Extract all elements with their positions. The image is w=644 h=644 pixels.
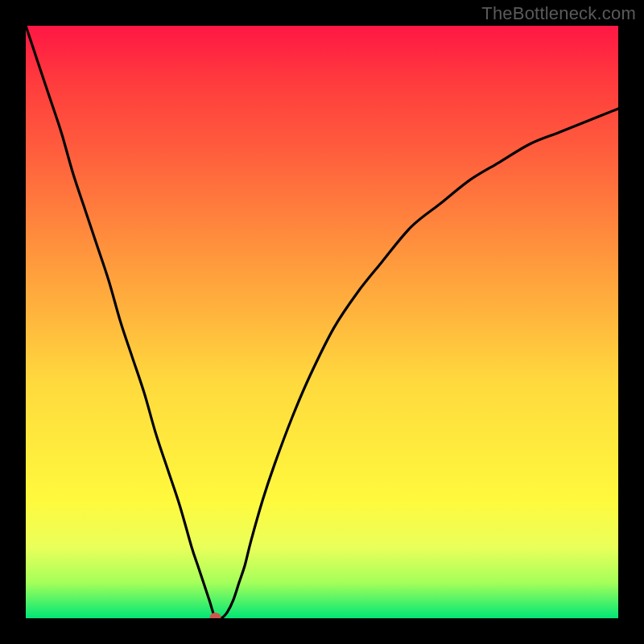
optimum-marker (210, 613, 221, 618)
curve-path (26, 26, 618, 618)
bottleneck-curve (26, 26, 618, 618)
chart-frame: TheBottleneck.com (0, 0, 644, 644)
plot-area (26, 26, 618, 618)
watermark-text: TheBottleneck.com (481, 3, 636, 24)
